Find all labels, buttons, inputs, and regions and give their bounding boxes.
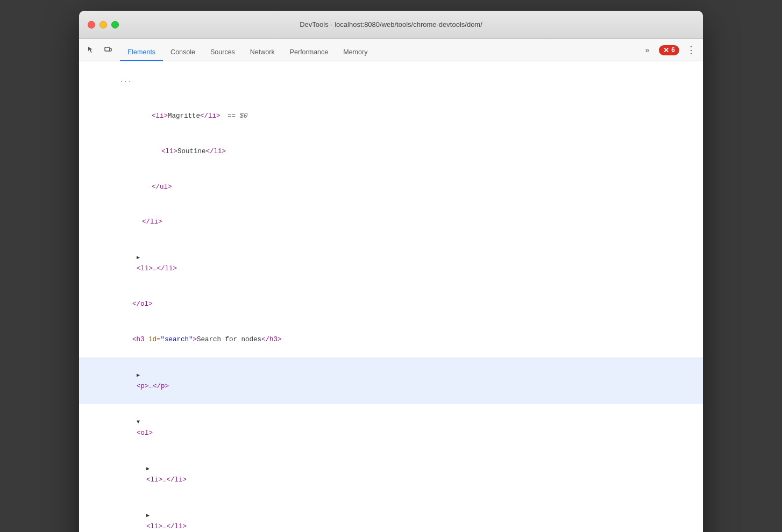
ellipsis-dots: ... (119, 77, 132, 84)
expand-arrow[interactable]: ▶ (137, 372, 140, 378)
dom-row[interactable]: ▶ <li>…</li> (79, 451, 703, 498)
tab-console[interactable]: Console (163, 44, 203, 61)
inspect-icon[interactable] (83, 42, 98, 57)
device-icon[interactable] (101, 42, 116, 57)
traffic-lights (88, 21, 119, 28)
error-badge: ✕ 6 (659, 45, 679, 55)
close-button[interactable] (88, 21, 95, 28)
collapse-arrow[interactable]: ▼ (137, 419, 140, 425)
dom-row[interactable]: </ol> (79, 287, 703, 322)
toolbar-icons (83, 42, 116, 61)
dom-panel: ... <li>Magritte</li> == $0 <li>Soutine<… (79, 61, 703, 532)
dom-row[interactable]: ▶ <li>…</li> (79, 240, 703, 287)
dom-row[interactable]: ... (79, 63, 703, 99)
tag-open: <li> (152, 112, 168, 120)
tab-bar-right: » ✕ 6 ⋮ (639, 42, 699, 61)
tab-elements[interactable]: Elements (120, 44, 163, 61)
tab-performance[interactable]: Performance (282, 44, 336, 61)
error-count: 6 (671, 46, 675, 54)
devtools-menu-button[interactable]: ⋮ (684, 42, 699, 57)
dom-row[interactable]: </ul> (79, 169, 703, 205)
tab-sources[interactable]: Sources (203, 44, 243, 61)
dom-row-selected[interactable]: ▶ <p>…</p> (79, 357, 703, 404)
dom-row[interactable]: </li> (79, 205, 703, 240)
dom-row[interactable]: <li>Soutine</li> (79, 134, 703, 170)
title-bar: DevTools - localhost:8080/web/tools/chro… (79, 11, 703, 39)
maximize-button[interactable] (111, 21, 119, 28)
svg-rect-1 (110, 48, 111, 51)
expand-arrow[interactable]: ▶ (137, 255, 140, 261)
dom-row[interactable]: ▼ <ol> (79, 404, 703, 451)
window-title: DevTools - localhost:8080/web/tools/chro… (300, 20, 482, 28)
minimize-button[interactable] (99, 21, 107, 28)
svg-rect-0 (105, 47, 110, 51)
tab-network[interactable]: Network (243, 44, 282, 61)
dom-row[interactable]: <h3 id="search">Search for nodes</h3> (79, 322, 703, 358)
tab-bar: Elements Console Sources Network Perform… (79, 39, 703, 61)
dom-row[interactable]: <li>Magritte</li> == $0 (79, 99, 703, 134)
more-tabs-button[interactable]: » (639, 42, 655, 57)
dom-row[interactable]: ▶ <li>…</li> (79, 498, 703, 532)
devtools-window: DevTools - localhost:8080/web/tools/chro… (79, 11, 703, 532)
error-icon: ✕ (663, 46, 669, 54)
tab-memory[interactable]: Memory (336, 44, 375, 61)
